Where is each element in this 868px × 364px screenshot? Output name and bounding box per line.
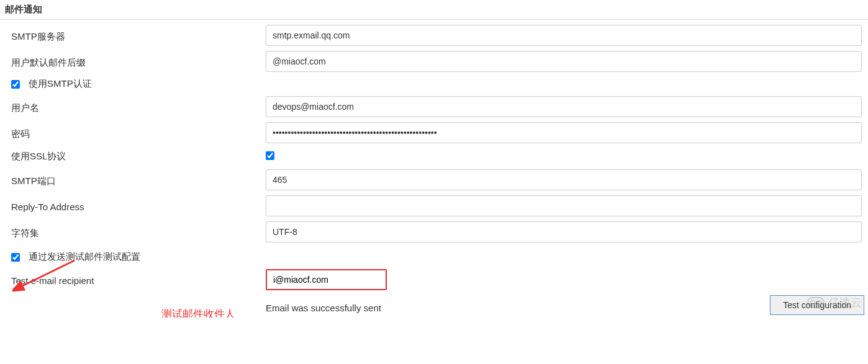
label-test-recipient: Test e-mail recipient	[11, 269, 266, 286]
label-username: 用户名	[11, 96, 266, 114]
input-default-suffix[interactable]	[266, 51, 862, 72]
email-config-form: SMTP服务器 用户默认邮件后缀 使用SMTP认证 用户名 密码 使用SSL协议…	[0, 20, 868, 317]
section-title: 邮件通知	[0, 0, 868, 20]
label-use-smtp-auth: 使用SMTP认证	[29, 78, 92, 90]
label-smtp-port: SMTP端口	[11, 169, 266, 187]
watermark-text: 亿速云	[828, 295, 862, 310]
label-charset: 字符集	[11, 221, 266, 239]
input-smtp-server[interactable]	[266, 25, 862, 46]
input-reply-to[interactable]	[266, 195, 862, 216]
label-password: 密码	[11, 122, 266, 140]
row-default-suffix: 用户默认邮件后缀	[0, 48, 868, 74]
label-test-by-send: 通过发送测试邮件测试配置	[29, 251, 140, 263]
row-reply-to: Reply-To Address	[0, 193, 868, 219]
input-smtp-port[interactable]	[266, 169, 862, 190]
watermark: 亿速云	[807, 295, 862, 310]
checkbox-test-by-send[interactable]	[11, 253, 20, 262]
row-charset: 字符集	[0, 219, 868, 245]
label-smtp-server: SMTP服务器	[11, 25, 266, 43]
label-reply-to: Reply-To Address	[11, 195, 266, 212]
input-test-recipient[interactable]	[266, 269, 387, 290]
row-smtp-port: SMTP端口	[0, 167, 868, 193]
input-username[interactable]	[266, 96, 862, 117]
status-message: Email was successfully sent	[266, 298, 381, 313]
input-charset[interactable]	[266, 221, 862, 242]
checkbox-use-ssl[interactable]	[266, 151, 274, 160]
row-test-by-send: 通过发送测试邮件测试配置	[0, 245, 868, 267]
checkbox-use-smtp-auth[interactable]	[11, 80, 20, 89]
row-username: 用户名	[0, 94, 868, 120]
input-password[interactable]	[266, 122, 862, 143]
label-use-ssl: 使用SSL协议	[11, 148, 266, 162]
label-default-suffix: 用户默认邮件后缀	[11, 51, 266, 69]
row-use-ssl: 使用SSL协议	[0, 146, 868, 167]
row-test-recipient: Test e-mail recipient	[0, 267, 868, 293]
cloud-icon	[807, 297, 825, 308]
row-status-and-button: Email was successfully sent Test configu…	[0, 293, 868, 317]
row-use-smtp-auth: 使用SMTP认证	[0, 74, 868, 94]
row-smtp-server: SMTP服务器	[0, 22, 868, 48]
row-password: 密码	[0, 120, 868, 146]
